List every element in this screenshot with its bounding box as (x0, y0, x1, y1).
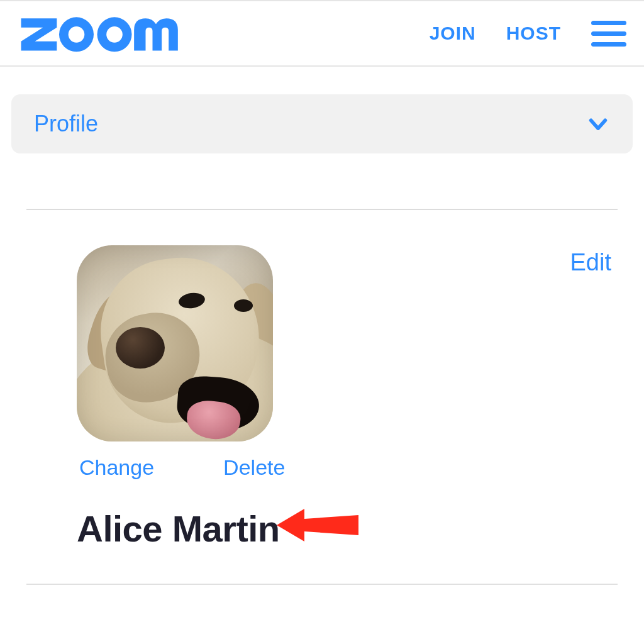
svg-point-1 (69, 26, 85, 43)
svg-point-3 (106, 26, 123, 43)
delete-avatar-link[interactable]: Delete (223, 455, 285, 480)
chevron-down-icon (586, 112, 610, 136)
avatar-actions: Change Delete (77, 455, 285, 480)
change-avatar-link[interactable]: Change (79, 455, 154, 480)
profile-row: Change Delete Edit (26, 210, 618, 480)
page-content: Profile (0, 67, 644, 585)
avatar-image (77, 245, 273, 441)
divider (26, 584, 618, 585)
edit-profile-link[interactable]: Edit (570, 245, 618, 276)
top-bar: JOIN HOST (0, 0, 644, 67)
avatar-column: Change Delete (26, 245, 285, 480)
section-dropdown[interactable]: Profile (11, 94, 633, 153)
join-link[interactable]: JOIN (430, 23, 476, 44)
menu-icon[interactable] (591, 18, 626, 49)
display-name: Alice Martin (26, 508, 618, 550)
section-dropdown-label: Profile (34, 111, 98, 137)
profile-section: Change Delete Edit Alice Martin (11, 153, 633, 585)
top-bar-right: JOIN HOST (430, 18, 626, 49)
zoom-logo[interactable] (18, 13, 191, 54)
host-link[interactable]: HOST (506, 23, 561, 44)
